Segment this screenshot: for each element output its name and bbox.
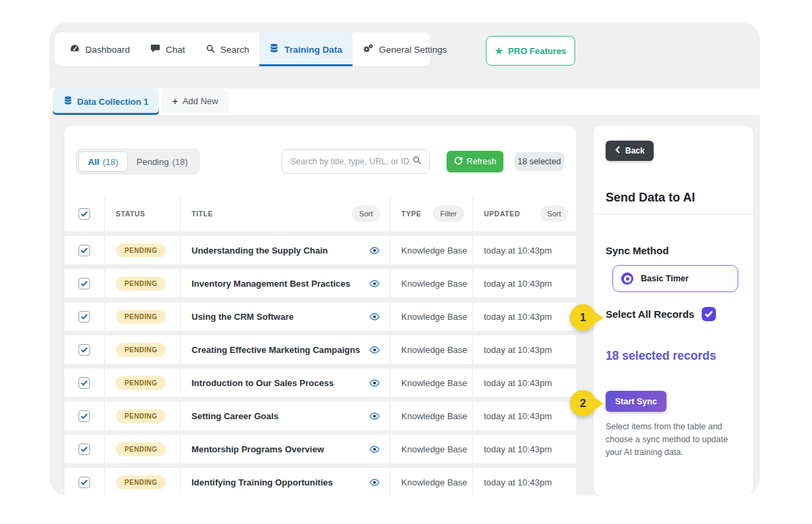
refresh-label: Refresh [467,157,497,166]
tab-add-new[interactable]: + Add New [161,89,229,113]
filter-all[interactable]: All (18) [78,151,128,172]
nav-label: General Settings [379,45,447,55]
row-checkbox[interactable] [78,444,90,455]
records-panel: All (18) Pending (18) Refresh [64,126,577,496]
view-record-eye-icon[interactable] [369,245,380,256]
status-badge: PENDING [116,442,166,456]
main-nav: Dashboard Chat Search Training Data [54,32,430,66]
row-checkbox[interactable] [78,477,90,488]
record-type: Knowledge Base [401,312,468,322]
panel-title: Send Data to AI [606,191,695,205]
filter-pending[interactable]: Pending (18) [128,151,197,172]
table-row: PENDING Understanding the Supply Chain K… [64,236,577,264]
record-title: Inventory Management Best Practices [191,279,351,289]
record-title: Using the CRM Software [191,312,294,322]
back-button[interactable]: Back [606,141,654,161]
record-type: Knowledge Base [401,411,468,421]
column-header-title: TITLE [191,210,213,218]
status-badge: PENDING [116,243,166,258]
table-header-row: STATUS TITLE Sort TYPE Filter UPDATED So… [64,196,577,231]
database-icon [64,96,72,108]
radio-selected-icon[interactable] [621,272,633,285]
view-record-eye-icon[interactable] [369,278,380,289]
record-updated: today at 10:43pm [484,411,551,421]
annotation-step-2: 2 [570,390,596,416]
column-header-type: TYPE [401,210,421,218]
nav-tab-training-data[interactable]: Training Data [259,32,353,66]
view-record-eye-icon[interactable] [369,410,380,422]
nav-tab-dashboard[interactable]: Dashboard [60,32,140,66]
table-row: PENDING Setting Career Goals Knowledge B… [64,402,577,430]
record-updated: today at 10:43pm [484,245,551,256]
record-type: Knowledge Base [401,378,468,388]
filter-type-button[interactable]: Filter [433,206,464,222]
status-badge: PENDING [116,310,166,324]
tab-data-collection-1[interactable]: Data Collection 1 [53,89,159,115]
table-row: PENDING Inventory Management Best Practi… [64,269,577,297]
table-row: PENDING Using the CRM Software Knowledge… [64,302,577,331]
view-record-eye-icon[interactable] [369,377,380,389]
table-row: PENDING Creating Effective Marketing Cam… [64,335,577,364]
annotation-step-1: 1 [570,304,596,331]
status-badge: PENDING [116,409,166,423]
search-input[interactable] [290,157,412,166]
row-checkbox[interactable] [78,245,90,256]
row-checkbox[interactable] [78,278,90,289]
pro-features-button[interactable]: ★ PRO Features [486,36,575,66]
selected-records-count: 18 selected records [606,349,716,363]
select-all-records-label: Select All Records [606,308,694,320]
start-sync-button[interactable]: Start Sync [606,391,667,412]
send-data-panel: Back Send Data to AI Sync Method Basic T… [593,126,753,496]
sort-title-button[interactable]: Sort [352,206,380,222]
nav-label: Training Data [284,45,342,55]
search-field [281,149,430,174]
record-updated: today at 10:43pm [484,378,551,388]
filter-label: All [88,157,99,167]
record-type: Knowledge Base [401,279,468,289]
refresh-button[interactable]: Refresh [447,151,503,172]
sync-help-text: Select items from the table and choose a… [606,421,741,458]
nav-label: Search [221,45,250,55]
nav-tab-search[interactable]: Search [196,32,260,66]
star-icon: ★ [495,46,503,56]
row-checkbox[interactable] [78,344,90,356]
nav-tab-general-settings[interactable]: General Settings [353,32,457,66]
column-header-status: STATUS [116,210,145,218]
view-record-eye-icon[interactable] [369,311,380,323]
record-type: Knowledge Base [401,245,468,256]
back-label: Back [625,146,645,156]
sync-option-label: Basic Timer [641,274,689,283]
record-title: Identifying Training Opportunities [191,477,333,487]
row-checkbox[interactable] [78,311,90,323]
database-icon [269,43,279,55]
search-icon [206,44,215,55]
divider [593,214,753,214]
nav-label: Dashboard [85,45,130,55]
gears-icon [363,43,374,55]
status-badge: PENDING [116,277,166,291]
sync-option-basic-timer[interactable]: Basic Timer [612,265,738,292]
sync-method-heading: Sync Method [606,245,669,256]
filter-label: Pending [137,157,169,167]
row-checkbox[interactable] [78,410,90,422]
nav-tab-chat[interactable]: Chat [140,32,196,66]
refresh-icon [454,156,463,167]
record-title: Introduction to Our Sales Process [191,378,334,388]
sort-updated-button[interactable]: Sort [540,206,568,222]
view-record-eye-icon[interactable] [369,344,380,356]
status-badge: PENDING [116,376,166,390]
select-all-records-row: Select All Records [606,307,716,321]
filter-count: (18) [172,157,187,167]
select-all-records-checkbox[interactable] [702,307,716,321]
row-checkbox[interactable] [78,377,90,389]
view-record-eye-icon[interactable] [369,477,380,488]
plus-icon: + [172,96,177,107]
select-all-checkbox[interactable] [78,208,90,220]
record-updated: today at 10:43pm [484,279,551,289]
table-body: PENDING Understanding the Supply Chain K… [64,236,577,496]
chat-icon [150,43,160,55]
view-record-eye-icon[interactable] [369,444,380,455]
chevron-left-icon [614,146,621,156]
record-type: Knowledge Base [401,345,468,355]
record-updated: today at 10:43pm [484,345,551,355]
